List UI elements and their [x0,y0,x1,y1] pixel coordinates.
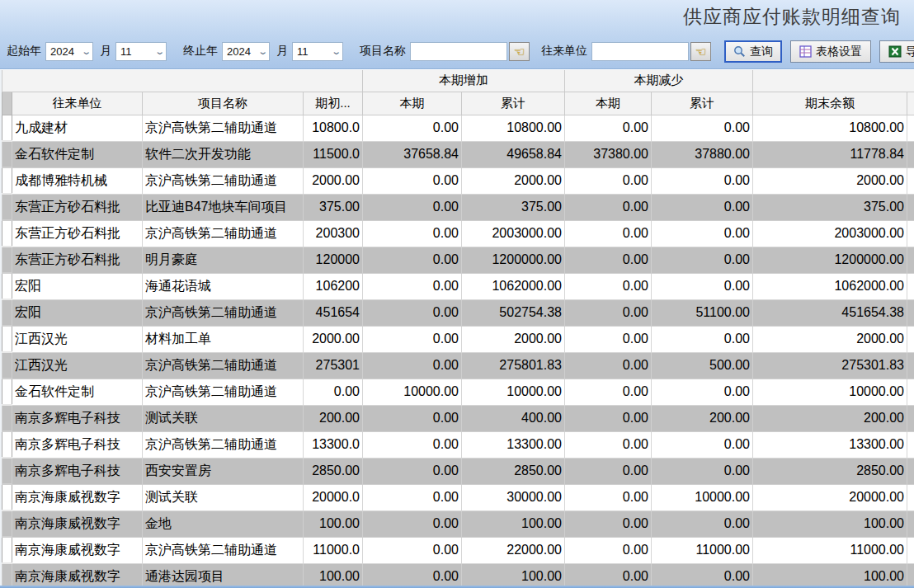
cell[interactable]: 375.00 [753,194,907,220]
cell[interactable]: 京沪高铁第二辅助通道 [143,299,304,326]
cell[interactable]: 451654.38 [753,299,907,326]
cell[interactable]: 0.00 [565,194,652,220]
cell[interactable]: 0.00 [565,379,652,405]
cell[interactable]: 2003000.00 [753,220,907,247]
cell[interactable]: 100.00 [753,510,907,537]
cell[interactable]: 0.00 [652,431,753,458]
cell[interactable]: 13300.00 [753,431,907,458]
cell[interactable]: 13300.0 [304,431,363,458]
cell[interactable]: 京沪高铁第二辅助通道 [143,431,304,458]
cell[interactable]: 南京多辉电子科技 [12,405,143,431]
row-selector[interactable] [2,537,12,563]
cell[interactable]: 0.00 [565,326,652,352]
cell[interactable]: 0.00 [363,352,462,379]
cell[interactable]: 0.00 [304,379,363,405]
cell[interactable]: 东营正方砂石料批 [12,194,143,220]
cell[interactable]: 275301 [304,352,363,379]
cell[interactable]: 0.00 [565,537,652,563]
cell[interactable]: 0.00 [652,194,753,220]
cell[interactable]: 200.00 [753,405,907,431]
cell[interactable]: 九成建材 [12,115,143,141]
cell[interactable]: 0.00 [652,273,753,299]
cell[interactable]: 江西汉光 [12,352,143,379]
export-button[interactable]: 导出 [879,40,914,63]
row-selector[interactable] [2,194,12,220]
row-selector[interactable] [2,563,12,586]
cell[interactable]: 120000 [304,247,363,273]
cell[interactable]: 海通花语城 [143,273,304,299]
cell[interactable]: 49658.84 [462,141,565,167]
cell[interactable]: 南京多辉电子科技 [12,431,143,458]
cell[interactable]: 0.00 [363,326,462,352]
cell[interactable]: 11000.00 [753,537,907,563]
cell[interactable]: 10800.00 [753,115,907,141]
col-header-counterparty[interactable]: 往来单位 [12,92,143,115]
cell[interactable]: 0.00 [565,405,652,431]
cell[interactable]: 0.00 [363,431,462,458]
project-name-input[interactable] [410,42,507,61]
cell[interactable]: 100.00 [462,563,565,586]
cell[interactable]: 0.00 [363,194,462,220]
cell[interactable]: 0.00 [363,563,462,586]
cell[interactable]: 南京多辉电子科技 [12,458,143,484]
cell[interactable]: 0.00 [363,405,462,431]
col-header-decrease-current[interactable]: 本期 [565,92,652,115]
row-selector[interactable] [2,326,12,352]
row-selector[interactable] [2,458,12,484]
cell[interactable]: 10000.00 [462,379,565,405]
cell[interactable]: 13300.00 [462,431,565,458]
cell[interactable]: 2000.00 [462,167,565,194]
cell[interactable]: 0.00 [565,484,652,510]
cell[interactable]: 1062000.00 [462,273,565,299]
counterparty-input[interactable] [591,42,689,61]
cell[interactable]: 0.00 [652,379,753,405]
cell[interactable]: 275301.83 [753,352,907,379]
cell[interactable]: 0.00 [363,299,462,326]
cell[interactable]: 37880.00 [652,141,753,167]
query-button[interactable]: 查询 [724,40,782,63]
cell[interactable]: 20000.0 [304,484,363,510]
col-header-decrease-cumulative[interactable]: 累计 [652,92,753,115]
cell[interactable]: 通港达园项目 [143,563,304,586]
cell[interactable]: 明月豪庭 [143,247,304,273]
cell[interactable]: 1200000.00 [462,247,565,273]
cell[interactable]: 10000.00 [363,379,462,405]
cell[interactable]: 0.00 [565,115,652,141]
cell[interactable]: 100.00 [462,510,565,537]
cell[interactable]: 0.00 [363,537,462,563]
cell[interactable]: 22000.00 [462,537,565,563]
cell[interactable]: 10000.00 [652,484,753,510]
cell[interactable]: 275801.83 [462,352,565,379]
cell[interactable]: 100.00 [304,510,363,537]
cell[interactable]: 京沪高铁第二辅助通道 [143,220,304,247]
cell[interactable]: 0.00 [363,510,462,537]
cell[interactable]: 2000.00 [753,326,907,352]
cell[interactable]: 11000.00 [652,537,753,563]
cell[interactable]: 0.00 [652,563,753,586]
row-selector[interactable] [2,141,12,167]
cell[interactable]: 0.00 [565,273,652,299]
cell[interactable]: 1200000.00 [753,247,907,273]
cell[interactable]: 0.00 [363,247,462,273]
cell[interactable]: 10000.00 [753,379,907,405]
cell[interactable]: 502754.38 [462,299,565,326]
cell[interactable]: 400.00 [462,405,565,431]
cell[interactable]: 测试关联 [143,405,304,431]
cell[interactable]: 京沪高铁第二辅助通道 [143,379,304,405]
cell[interactable]: 500.00 [652,352,753,379]
cell[interactable]: 宏阳 [12,299,143,326]
cell[interactable]: 东营正方砂石料批 [12,247,143,273]
cell[interactable]: 11500.0 [304,141,363,167]
cell[interactable]: 0.00 [565,431,652,458]
cell[interactable]: 0.00 [652,115,753,141]
cell[interactable]: 200.00 [304,405,363,431]
cell[interactable]: 0.00 [652,220,753,247]
cell[interactable]: 2000.00 [304,167,363,194]
row-selector-header[interactable] [2,92,12,115]
cell[interactable]: 0.00 [363,458,462,484]
cell[interactable]: 南京海康威视数字 [12,484,143,510]
row-selector[interactable] [2,431,12,458]
cell[interactable]: 比亚迪B47地块车间项目 [143,194,304,220]
cell[interactable]: 0.00 [652,167,753,194]
cell[interactable]: 2850.00 [304,458,363,484]
